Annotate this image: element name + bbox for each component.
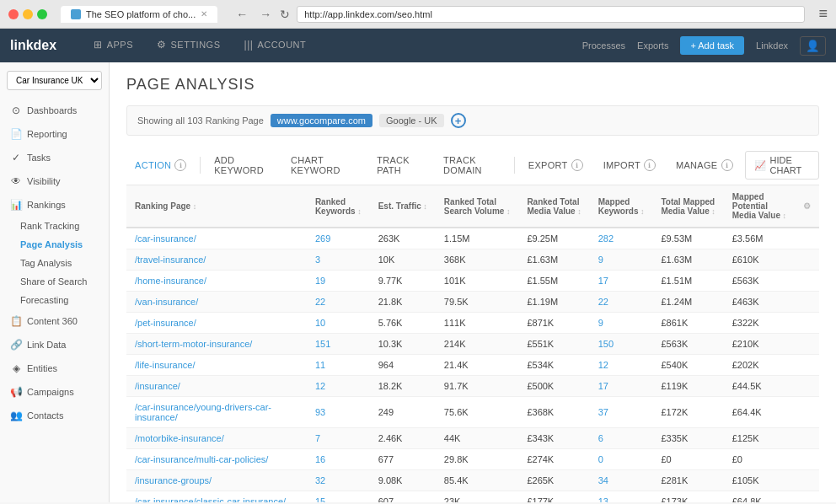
table-cell[interactable]: 16 bbox=[307, 449, 370, 470]
page-link[interactable]: /life-insurance/ bbox=[135, 360, 196, 370]
table-cell[interactable]: /short-term-motor-insurance/ bbox=[126, 334, 307, 355]
user-menu-btn[interactable]: Linkdex bbox=[756, 40, 788, 51]
page-link[interactable]: /car-insurance/ bbox=[135, 233, 196, 244]
num-link[interactable]: 15 bbox=[315, 496, 325, 502]
hide-chart-btn[interactable]: 📈 HIDE CHART bbox=[745, 151, 819, 180]
num-link[interactable]: 17 bbox=[598, 276, 608, 286]
table-cell[interactable]: /car-insurance/ bbox=[126, 228, 307, 249]
num-link[interactable]: 22 bbox=[315, 297, 325, 307]
refresh-btn[interactable]: ↻ bbox=[280, 8, 290, 21]
sidebar-item-content360[interactable]: 📋 Content 360 bbox=[0, 309, 109, 333]
num-link[interactable]: 32 bbox=[315, 475, 325, 485]
table-cell[interactable]: 22 bbox=[590, 292, 653, 313]
table-cell[interactable]: 32 bbox=[307, 470, 370, 491]
close-window-btn[interactable] bbox=[8, 9, 19, 19]
exports-link[interactable]: Exports bbox=[637, 40, 668, 51]
processes-link[interactable]: Processes bbox=[582, 40, 625, 51]
num-link[interactable]: 6 bbox=[598, 433, 603, 443]
nav-apps[interactable]: ⊞ APPS bbox=[82, 29, 145, 62]
url-bar[interactable] bbox=[297, 6, 805, 23]
tab-close-btn[interactable]: ✕ bbox=[201, 9, 207, 19]
table-cell[interactable]: 3 bbox=[307, 249, 370, 271]
col-search-volume[interactable]: Ranked TotalSearch Volume bbox=[436, 185, 519, 228]
export-btn[interactable]: EXPORT ℹ bbox=[520, 156, 592, 174]
import-btn[interactable]: IMPORT ℹ bbox=[595, 156, 664, 174]
table-cell[interactable]: 7 bbox=[307, 428, 370, 449]
sidebar-item-share-of-search[interactable]: Share of Search bbox=[0, 272, 109, 291]
table-cell[interactable]: /insurance-groups/ bbox=[126, 470, 307, 491]
num-link[interactable]: 11 bbox=[315, 360, 325, 370]
num-link[interactable]: 10 bbox=[315, 318, 325, 328]
minimize-window-btn[interactable] bbox=[23, 9, 33, 19]
add-keyword-btn[interactable]: ADD KEYWORD bbox=[206, 152, 279, 179]
table-cell[interactable]: /home-insurance/ bbox=[126, 271, 307, 292]
page-link[interactable]: /travel-insurance/ bbox=[135, 255, 206, 265]
filter-tag-domain[interactable]: www.gocompare.com bbox=[271, 114, 372, 127]
table-cell[interactable]: 282 bbox=[590, 228, 653, 249]
sidebar-item-visibility[interactable]: 👁 Visibility bbox=[0, 169, 109, 193]
sidebar-item-rank-tracking[interactable]: Rank Tracking bbox=[0, 217, 109, 235]
track-domain-btn[interactable]: TRACK DOMAIN bbox=[435, 152, 509, 179]
col-media-value[interactable]: Ranked TotalMedia Value bbox=[518, 185, 589, 228]
page-link[interactable]: /insurance-groups/ bbox=[135, 475, 212, 485]
track-path-btn[interactable]: TraCk Path bbox=[368, 152, 431, 179]
user-icon-button[interactable]: 👤 bbox=[800, 36, 826, 56]
table-cell[interactable]: /pet-insurance/ bbox=[126, 313, 307, 334]
table-cell[interactable]: 34 bbox=[590, 470, 653, 491]
table-cell[interactable]: 6 bbox=[590, 428, 653, 449]
browser-menu-btn[interactable]: ≡ bbox=[818, 5, 828, 23]
table-cell[interactable]: 13 bbox=[590, 491, 653, 503]
sidebar-item-forecasting[interactable]: Forecasting bbox=[0, 291, 109, 309]
sidebar-item-contacts[interactable]: 👥 Contacts bbox=[0, 404, 109, 427]
num-link[interactable]: 151 bbox=[315, 339, 330, 349]
table-cell[interactable]: 17 bbox=[590, 271, 653, 292]
table-cell[interactable]: 37 bbox=[590, 397, 653, 428]
table-cell[interactable]: 12 bbox=[590, 355, 653, 376]
num-link[interactable]: 93 bbox=[315, 407, 325, 417]
sidebar-item-reporting[interactable]: 📄 Reporting bbox=[0, 122, 109, 146]
table-cell[interactable]: 11 bbox=[307, 355, 370, 376]
page-link[interactable]: /car-insurance/multi-car-policies/ bbox=[135, 454, 268, 464]
sidebar-item-dashboards[interactable]: ⊙ Dashboards bbox=[0, 99, 109, 122]
table-settings-icon[interactable]: ⚙ bbox=[803, 201, 811, 211]
sidebar-item-link-data[interactable]: 🔗 Link Data bbox=[0, 333, 109, 357]
num-link[interactable]: 22 bbox=[598, 297, 608, 307]
back-btn[interactable]: ← bbox=[233, 6, 251, 23]
maximize-window-btn[interactable] bbox=[37, 9, 47, 19]
filter-add-btn[interactable]: + bbox=[451, 113, 466, 128]
table-cell[interactable]: /motorbike-insurance/ bbox=[126, 428, 307, 449]
table-cell[interactable]: 12 bbox=[307, 376, 370, 397]
page-link[interactable]: /van-insurance/ bbox=[135, 297, 198, 307]
sidebar-item-tag-analysis[interactable]: Tag Analysis bbox=[0, 254, 109, 272]
num-link[interactable]: 13 bbox=[598, 496, 608, 502]
num-link[interactable]: 7 bbox=[315, 433, 320, 443]
project-selector[interactable]: Car Insurance UK bbox=[7, 71, 102, 90]
table-cell[interactable]: 150 bbox=[590, 334, 653, 355]
sidebar-selector[interactable]: Car Insurance UK bbox=[7, 71, 102, 90]
page-link[interactable]: /insurance/ bbox=[135, 381, 180, 391]
num-link[interactable]: 37 bbox=[598, 407, 608, 417]
nav-account[interactable]: ||| ACCOUNT bbox=[233, 29, 319, 62]
table-cell[interactable]: 269 bbox=[307, 228, 370, 249]
page-link[interactable]: /car-insurance/young-drivers-car-insuran… bbox=[135, 402, 271, 422]
nav-settings[interactable]: ⚙ SETTINGS bbox=[145, 29, 233, 62]
table-cell[interactable]: 93 bbox=[307, 397, 370, 428]
num-link[interactable]: 150 bbox=[598, 339, 614, 349]
col-ranked-keywords[interactable]: RankedKeywords bbox=[307, 185, 370, 228]
num-link[interactable]: 34 bbox=[598, 475, 608, 485]
num-link[interactable]: 269 bbox=[315, 233, 330, 244]
browser-tab[interactable]: The SEO platform of cho... ✕ bbox=[61, 6, 217, 23]
col-total-mapped[interactable]: Total MappedMedia Value bbox=[652, 185, 723, 228]
chart-keyword-btn[interactable]: CHART KEYWORD bbox=[282, 152, 365, 179]
table-cell[interactable]: 151 bbox=[307, 334, 370, 355]
table-cell[interactable]: 10 bbox=[307, 313, 370, 334]
table-cell[interactable]: 9 bbox=[590, 249, 653, 271]
page-link[interactable]: /home-insurance/ bbox=[135, 276, 206, 286]
table-cell[interactable]: 15 bbox=[307, 491, 370, 503]
num-link[interactable]: 3 bbox=[315, 255, 320, 265]
manage-btn[interactable]: MANAGE ℹ bbox=[667, 156, 741, 174]
table-cell[interactable]: /life-insurance/ bbox=[126, 355, 307, 376]
table-cell[interactable]: 19 bbox=[307, 271, 370, 292]
col-mapped-keywords[interactable]: MappedKeywords bbox=[590, 185, 653, 228]
table-cell[interactable]: /van-insurance/ bbox=[126, 292, 307, 313]
